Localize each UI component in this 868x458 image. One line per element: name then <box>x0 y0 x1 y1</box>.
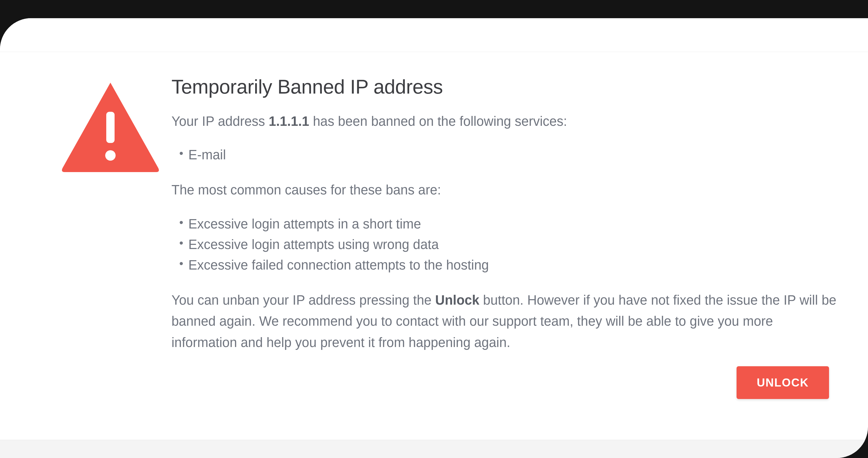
header-bar <box>0 18 868 52</box>
text-column: Temporarily Banned IP address Your IP ad… <box>172 75 855 399</box>
list-item: Excessive login attempts in a short time <box>179 214 839 234</box>
page-frame: Temporarily Banned IP address Your IP ad… <box>0 0 868 458</box>
list-item: E-mail <box>179 145 839 165</box>
services-list: E-mail <box>172 145 839 165</box>
content-wrap: Temporarily Banned IP address Your IP ad… <box>0 52 868 412</box>
explanation-text: You can unban your IP address pressing t… <box>172 289 839 353</box>
causes-list: Excessive login attempts in a short time… <box>172 214 839 275</box>
button-row: UNLOCK <box>172 366 839 399</box>
page-title: Temporarily Banned IP address <box>172 75 839 98</box>
intro-prefix: Your IP address <box>172 114 269 129</box>
intro-text: Your IP address 1.1.1.1 has been banned … <box>172 111 839 131</box>
causes-intro: The most common causes for these bans ar… <box>172 179 839 201</box>
list-item: Excessive failed connection attempts to … <box>179 255 839 275</box>
warning-triangle-icon <box>57 81 164 174</box>
ip-address: 1.1.1.1 <box>269 114 309 129</box>
unlock-word: Unlock <box>435 293 479 307</box>
unlock-button[interactable]: UNLOCK <box>737 366 829 399</box>
content-card: Temporarily Banned IP address Your IP ad… <box>0 18 868 458</box>
icon-column <box>57 75 172 399</box>
svg-rect-0 <box>106 112 115 143</box>
footer-strip <box>0 440 868 458</box>
list-item: Excessive login attempts using wrong dat… <box>179 234 839 255</box>
explanation-prefix: You can unban your IP address pressing t… <box>172 293 435 307</box>
intro-suffix: has been banned on the following service… <box>309 114 567 129</box>
svg-point-1 <box>105 150 116 161</box>
